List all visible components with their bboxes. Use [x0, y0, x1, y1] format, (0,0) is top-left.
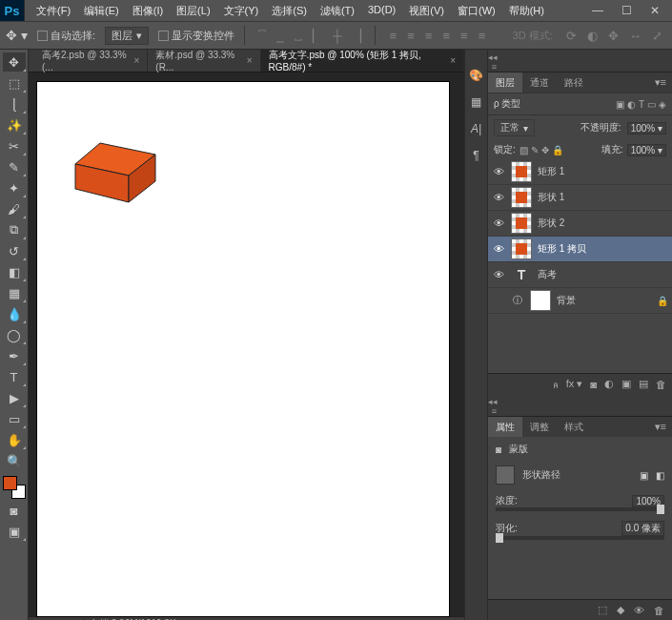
distribute-4-icon[interactable]: ≡	[438, 29, 454, 43]
delete-layer-icon[interactable]: 🗑	[656, 379, 666, 390]
link-layers-icon[interactable]: ⩀	[553, 379, 559, 390]
menu-window[interactable]: 窗口(W)	[452, 1, 501, 21]
feather-value[interactable]: 0.0 像素	[621, 521, 664, 536]
visibility-icon[interactable]: 👁	[492, 243, 505, 255]
visibility-icon[interactable]: 👁	[492, 166, 505, 177]
menu-3d[interactable]: 3D(D)	[362, 1, 401, 21]
shape-path-select-icon[interactable]: ▣	[640, 470, 648, 481]
3d-zoom-icon[interactable]: ⤢	[648, 29, 666, 43]
new-layer-icon[interactable]: ▤	[639, 378, 648, 390]
blend-mode-select[interactable]: 正常 ▾	[494, 119, 535, 136]
disable-mask-icon[interactable]: 👁	[634, 605, 644, 616]
healing-tool[interactable]: ✦	[3, 178, 26, 197]
move-tool[interactable]: ✥	[3, 52, 26, 72]
swatches-panel-icon[interactable]: ▦	[468, 93, 485, 111]
close-tab-icon[interactable]: ×	[450, 55, 456, 66]
gradient-tool[interactable]: ▦	[3, 283, 26, 302]
collapse-panels-icon[interactable]: ◂◂ ≡	[488, 50, 499, 72]
collapse-panels-icon[interactable]: ◂◂ ≡	[488, 394, 499, 416]
apply-mask-icon[interactable]: ◆	[617, 604, 624, 616]
lasso-tool[interactable]: ɭ	[3, 94, 26, 114]
3d-roll-icon[interactable]: ◐	[583, 29, 601, 43]
document-tab-1[interactable]: 高考2.psb @ 33.3% (...×	[34, 50, 148, 72]
adjustments-tab[interactable]: 调整	[522, 417, 557, 437]
crop-tool[interactable]: ✂	[3, 136, 26, 155]
brush-tool[interactable]: 🖌	[3, 199, 26, 218]
distribute-1-icon[interactable]: ≡	[385, 29, 400, 43]
eraser-tool[interactable]: ◧	[3, 262, 26, 281]
paragraph-panel-icon[interactable]: ¶	[468, 147, 485, 164]
info-icon[interactable]: ⓘ	[511, 294, 524, 307]
close-button[interactable]: ✕	[649, 4, 661, 17]
styles-tab[interactable]: 样式	[557, 417, 591, 437]
type-tool[interactable]: T	[3, 367, 26, 386]
menu-layer[interactable]: 图层(L)	[171, 1, 215, 21]
menu-help[interactable]: 帮助(H)	[503, 1, 550, 21]
paths-tab[interactable]: 路径	[557, 72, 591, 93]
eyedropper-tool[interactable]: ✎	[3, 157, 26, 176]
align-right-icon[interactable]: ▕	[348, 29, 365, 43]
blur-tool[interactable]: 💧	[3, 304, 26, 323]
menu-edit[interactable]: 编辑(E)	[78, 1, 125, 21]
layer-row[interactable]: 👁 矩形 1	[488, 159, 672, 185]
channels-tab[interactable]: 通道	[522, 72, 557, 93]
layer-filter-icons[interactable]: ▣◐T▭◈	[616, 99, 666, 110]
maximize-button[interactable]: ☐	[621, 4, 632, 17]
align-vcenter-icon[interactable]: ⎯	[273, 29, 288, 43]
3d-orbit-icon[interactable]: ⟳	[562, 29, 580, 43]
group-icon[interactable]: ▣	[621, 378, 631, 390]
fill-input[interactable]: 100% ▾	[627, 144, 666, 156]
align-left-icon[interactable]: ▏	[309, 29, 326, 43]
layer-row[interactable]: 👁 ⓘ 背景 🔒	[488, 288, 672, 314]
align-hcenter-icon[interactable]: ┼	[329, 29, 345, 43]
layers-tab[interactable]: 图层	[488, 72, 522, 93]
align-top-icon[interactable]: ⎴	[255, 29, 270, 43]
menu-file[interactable]: 文件(F)	[31, 1, 76, 21]
3d-pan-icon[interactable]: ✥	[604, 29, 622, 43]
density-slider[interactable]	[496, 507, 664, 511]
document-tab-2[interactable]: 素材.psd @ 33.3%(R...×	[148, 50, 260, 72]
marquee-tool[interactable]: ⬚	[3, 73, 26, 93]
distribute-3-icon[interactable]: ≡	[421, 29, 437, 43]
layer-row[interactable]: 👁 形状 2	[488, 211, 672, 237]
minimize-button[interactable]: —	[592, 4, 603, 17]
stamp-tool[interactable]: ⧉	[3, 220, 26, 239]
menu-type[interactable]: 文字(Y)	[218, 1, 265, 21]
layer-mask-icon[interactable]: ◙	[590, 379, 597, 390]
shape-tool[interactable]: ▭	[3, 409, 26, 428]
hand-tool[interactable]: ✋	[3, 430, 26, 449]
auto-select-scope[interactable]: 图层▾	[105, 27, 149, 45]
magic-wand-tool[interactable]: ✨	[3, 115, 26, 134]
properties-tab[interactable]: 属性	[488, 417, 522, 437]
auto-select-checkbox[interactable]	[37, 31, 48, 41]
menu-view[interactable]: 视图(V)	[403, 1, 450, 21]
visibility-icon[interactable]: 👁	[492, 192, 505, 203]
close-tab-icon[interactable]: ×	[247, 55, 253, 66]
3d-slide-icon[interactable]: ↔	[625, 29, 645, 43]
menu-image[interactable]: 图像(I)	[127, 1, 169, 21]
panel-menu-icon[interactable]: ▾≡	[649, 417, 672, 437]
distribute-5-icon[interactable]: ≡	[457, 29, 472, 43]
distribute-6-icon[interactable]: ≡	[475, 29, 490, 43]
quickmask-tool[interactable]: ◙	[3, 501, 26, 520]
mask-from-selection-icon[interactable]: ⬚	[598, 604, 607, 616]
layer-row[interactable]: 👁 矩形 1 拷贝	[488, 237, 672, 262]
color-swatches[interactable]	[3, 476, 26, 499]
opacity-input[interactable]: 100% ▾	[627, 122, 666, 134]
history-brush-tool[interactable]: ↺	[3, 241, 26, 260]
show-transform-checkbox[interactable]	[158, 31, 169, 41]
character-panel-icon[interactable]: A|	[468, 120, 485, 137]
adjustment-layer-icon[interactable]: ◐	[604, 378, 614, 390]
align-bottom-icon[interactable]: ⎵	[291, 29, 306, 43]
zoom-tool[interactable]: 🔍	[3, 451, 26, 470]
path-select-tool[interactable]: ▶	[3, 388, 26, 407]
feather-slider[interactable]	[496, 536, 664, 540]
layer-row[interactable]: 👁 形状 1	[488, 185, 672, 211]
layer-row[interactable]: 👁 T 高考	[488, 262, 672, 288]
visibility-icon[interactable]: 👁	[492, 269, 505, 280]
color-panel-icon[interactable]: 🎨	[468, 67, 485, 84]
shape-path-invert-icon[interactable]: ◧	[656, 470, 664, 481]
distribute-2-icon[interactable]: ≡	[403, 29, 418, 43]
close-tab-icon[interactable]: ×	[133, 55, 139, 66]
screenmode-tool[interactable]: ▣	[3, 522, 26, 541]
